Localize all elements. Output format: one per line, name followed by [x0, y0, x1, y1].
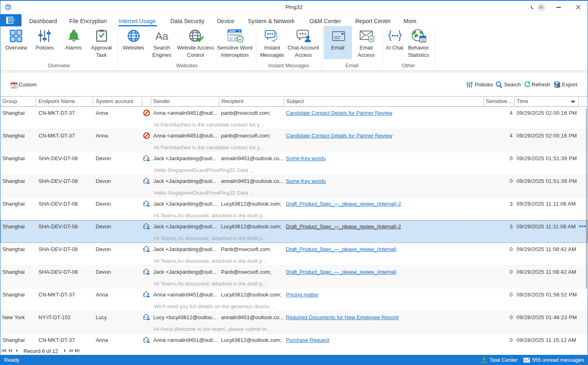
svg-text:23: 23 — [12, 85, 16, 88]
